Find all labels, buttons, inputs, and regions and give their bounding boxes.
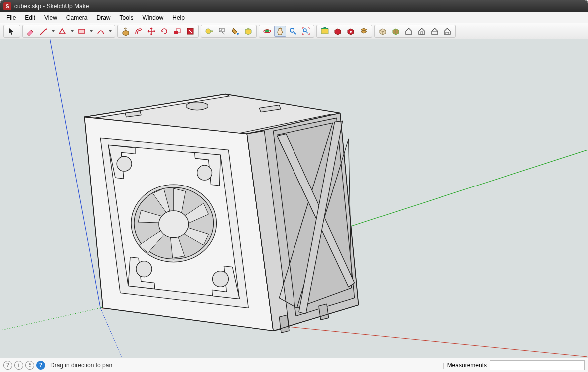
menu-help[interactable]: Help xyxy=(168,13,189,22)
zoom-tool-icon[interactable] xyxy=(287,26,299,37)
offset-tool-icon[interactable] xyxy=(133,26,145,37)
titlebar: S cubex.skp - SketchUp Make xyxy=(0,0,588,12)
instructor-icon[interactable]: ? xyxy=(3,361,12,370)
style-package-icon[interactable] xyxy=(390,26,402,37)
window-title: cubex.skp - SketchUp Make xyxy=(14,3,89,10)
pushpull-tool-icon[interactable] xyxy=(120,26,132,37)
tape-tool-icon[interactable] xyxy=(203,26,215,37)
svg-point-19 xyxy=(136,261,152,277)
scene-canvas xyxy=(0,39,588,358)
pan-tool-icon[interactable] xyxy=(274,26,286,37)
svg-point-11 xyxy=(290,28,294,32)
line-tool-icon[interactable] xyxy=(38,26,50,37)
orbit-tool-icon[interactable] xyxy=(261,26,273,37)
toolbar-group-warehouse xyxy=(316,25,372,38)
style-house2-icon[interactable] xyxy=(416,26,428,37)
select-tool-icon[interactable] xyxy=(6,26,18,37)
toolbar-group-select xyxy=(3,25,20,38)
svg-rect-13 xyxy=(321,29,328,34)
geo-icon[interactable]: i xyxy=(14,361,23,370)
toolbar-group-camera xyxy=(259,25,314,38)
arc-tool-dropdown-icon[interactable] xyxy=(108,29,113,33)
toolbar-group-styles xyxy=(374,25,456,38)
measurements-input[interactable] xyxy=(490,360,585,370)
move-tool-icon[interactable] xyxy=(146,26,157,37)
status-icons: ? i ? xyxy=(3,361,45,370)
rectangle-tool-icon[interactable] xyxy=(76,26,88,37)
svg-point-8 xyxy=(237,33,239,35)
model-cube xyxy=(84,94,358,333)
menu-camera[interactable]: Camera xyxy=(62,13,92,22)
followme-tool-icon[interactable] xyxy=(184,26,196,37)
menu-draw[interactable]: Draw xyxy=(93,13,115,22)
svg-point-23 xyxy=(159,211,189,238)
menu-view[interactable]: View xyxy=(40,13,61,22)
svg-point-24 xyxy=(29,363,31,365)
credits-icon[interactable] xyxy=(25,361,34,370)
section-tool-icon[interactable] xyxy=(242,26,254,37)
statusbar: ? i ? Drag in direction to pan | Measure… xyxy=(0,358,588,372)
svg-point-17 xyxy=(117,156,132,171)
arc-tool-icon[interactable] xyxy=(95,26,107,37)
svg-rect-0 xyxy=(79,29,85,33)
text-tool-icon[interactable]: A1 xyxy=(216,26,228,37)
line-tool-dropdown-icon[interactable] xyxy=(51,29,56,33)
svg-text:A1: A1 xyxy=(220,29,224,32)
separator: | xyxy=(443,362,444,369)
extension-icon[interactable] xyxy=(345,26,357,37)
style-house3-icon[interactable] xyxy=(429,26,441,37)
eraser-tool-icon[interactable] xyxy=(25,26,37,37)
measurements-area: | Measurements xyxy=(443,360,585,370)
style-box-icon[interactable] xyxy=(377,26,389,37)
paint-tool-icon[interactable] xyxy=(229,26,241,37)
rotate-tool-icon[interactable] xyxy=(158,26,170,37)
toolbar-group-draw xyxy=(22,25,115,38)
shapes-tool-dropdown-icon[interactable] xyxy=(70,29,75,33)
toolbar-group-annotate: A1 xyxy=(201,25,257,38)
svg-rect-5 xyxy=(210,31,213,32)
shapes-tool-icon[interactable] xyxy=(57,26,69,37)
menubar: File Edit View Camera Draw Tools Window … xyxy=(0,12,588,23)
help-icon[interactable]: ? xyxy=(36,361,45,370)
svg-point-16 xyxy=(186,102,208,110)
menu-tools[interactable]: Tools xyxy=(116,13,138,22)
app-icon: S xyxy=(3,2,11,10)
layers-icon[interactable] xyxy=(358,26,370,37)
measurements-label: Measurements xyxy=(447,362,487,369)
viewport-3d[interactable] xyxy=(0,39,588,358)
scale-tool-icon[interactable] xyxy=(171,26,183,37)
svg-point-14 xyxy=(350,31,352,33)
rectangle-tool-dropdown-icon[interactable] xyxy=(89,29,94,33)
toolbar-group-modify xyxy=(117,25,199,38)
toolbar: A1 xyxy=(0,23,588,39)
menu-window[interactable]: Window xyxy=(139,13,168,22)
menu-file[interactable]: File xyxy=(2,13,20,22)
svg-point-18 xyxy=(197,165,212,180)
warehouse-icon[interactable] xyxy=(319,26,331,37)
menu-edit[interactable]: Edit xyxy=(21,13,39,22)
zoom-extents-tool-icon[interactable] xyxy=(300,26,312,37)
axis-blue-neg xyxy=(100,308,122,358)
status-hint: Drag in direction to pan xyxy=(50,362,112,369)
style-house4-icon[interactable] xyxy=(441,26,453,37)
svg-point-20 xyxy=(213,271,229,287)
axis-green-neg xyxy=(1,308,100,330)
components-icon[interactable] xyxy=(332,26,344,37)
style-house1-icon[interactable] xyxy=(403,26,415,37)
